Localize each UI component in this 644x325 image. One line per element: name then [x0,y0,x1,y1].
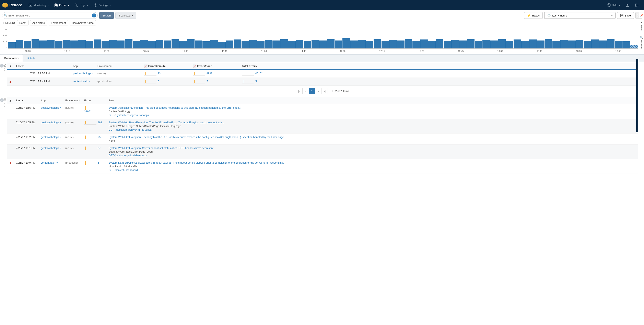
chart-bar[interactable] [133,41,140,48]
chart-bar[interactable] [8,42,16,48]
nav-user[interactable] [623,0,632,10]
col-app[interactable]: App [71,63,96,70]
chart-bar[interactable] [16,40,24,48]
page-prev[interactable]: « [302,88,309,94]
chart-bar[interactable] [514,40,521,48]
chart-bar[interactable] [498,39,506,48]
error-title[interactable]: System.Data.SqlClient.SqlException: Time… [109,161,636,164]
chart-bar[interactable] [412,41,420,48]
col-last[interactable]: Last ▾ [14,63,71,70]
nav-monitoring[interactable]: Monitoring▾ [26,0,52,10]
error-title[interactable]: System.ApplicationException: This blog p… [109,106,636,109]
chart-bar[interactable] [102,41,109,48]
chart-bar[interactable] [545,39,552,48]
chart-bar[interactable] [195,40,202,48]
chart-bar[interactable] [342,38,350,48]
chart-bar[interactable] [187,39,194,48]
chart-bar[interactable] [32,39,39,48]
chart-bar[interactable] [467,39,474,48]
filter-host[interactable]: Host/Server Name [70,20,96,26]
chart-bar[interactable] [172,39,179,48]
chart-bar[interactable] [475,41,482,48]
table-row[interactable]: ▲7/26/17 1:49 PMcontentdash ▾(production… [7,159,638,174]
chart-bar[interactable] [568,40,576,48]
chart-bar[interactable] [428,41,436,48]
chart-bar[interactable] [506,41,513,48]
scrollbar[interactable] [636,59,638,132]
chart-bar[interactable] [459,40,467,48]
table-row[interactable]: ▲7/26/17 1:49 PMcontentdash ▾(production… [7,78,638,86]
chart-bar[interactable] [312,40,319,48]
rail-searches[interactable]: 🔍Searches [639,34,644,51]
col-last[interactable]: Last ▾ [14,97,39,104]
error-title[interactable]: System.Web.HttpParseException: The file … [109,121,636,124]
chart-bar[interactable] [272,40,280,48]
chart-bar[interactable] [599,40,607,48]
page-next[interactable]: » [315,88,322,94]
metric-link[interactable]: 93 [158,72,160,75]
chart-bar[interactable] [109,40,117,48]
search-input[interactable] [2,12,98,19]
chart-bar[interactable] [615,41,622,48]
app-link[interactable]: geekswithblogs ▾ [73,72,94,75]
metric-link[interactable]: 5 [206,80,208,83]
chart-bar[interactable] [529,40,537,48]
app-link[interactable]: contentdash ▾ [41,161,58,164]
chart-bar[interactable] [234,40,241,48]
tab-details[interactable]: Details [23,54,39,62]
filter-environment[interactable]: Environment [49,20,68,26]
chart-bar[interactable] [552,41,560,48]
col-total[interactable]: Total Errors [240,63,638,70]
error-title[interactable]: System.Web.HttpException: Server cannot … [109,146,636,150]
chart-bar[interactable] [39,40,47,48]
chart-bar[interactable] [24,41,31,48]
chart-bar[interactable] [78,40,86,48]
chart-bar[interactable] [335,40,342,48]
chart-bar[interactable] [537,40,544,48]
chart-bar[interactable] [591,40,599,48]
chart-bar[interactable] [226,40,234,48]
table-row[interactable]: 7/26/17 1:55 PMgeekswithblogs ▾(azure)99… [7,119,638,134]
chart-bar[interactable] [210,40,218,48]
error-request[interactable]: GET-/mobilelob/archive/{id}/{id}.aspx [109,128,636,131]
metric-link[interactable]: 75 [98,136,100,138]
chart-bar[interactable] [382,41,389,48]
chart-bar[interactable] [327,39,334,48]
chart-bar[interactable] [140,40,148,48]
metric-link[interactable]: 0 [158,80,159,83]
rail-fields[interactable]: ▾Fields [639,19,644,33]
chart-bar[interactable] [389,40,397,48]
pin-button[interactable]: 📌 [639,12,644,18]
table-row[interactable]: 7/26/17 1:51 PMgeekswithblogs ▾(azure)37… [7,144,638,159]
chart-bar[interactable] [482,40,490,48]
chart-bar[interactable] [521,41,529,48]
table-row[interactable]: 7/26/17 1:56 PMgeekswithblogs ▾(azure)38… [7,104,638,119]
nav-logs[interactable]: Logs▾ [72,0,91,10]
chart-bar[interactable] [164,40,171,48]
collapse-errors[interactable]: ⌄ [0,98,4,102]
selected-dropdown[interactable]: 4 selected▾ [115,12,136,19]
chart-bar[interactable] [296,40,304,48]
chart-bar[interactable] [218,42,226,48]
chart-bar[interactable] [202,41,210,48]
nav-errors[interactable]: Errors▾ [52,0,72,10]
error-request[interactable]: GET-/paulomorgado/default.aspx [109,154,636,157]
brand[interactable]: Retrace [2,2,22,8]
chart-bar[interactable] [319,40,327,48]
chart-bar[interactable] [179,41,187,48]
metric-link[interactable]: 40152 [255,72,263,75]
chart-bar[interactable] [560,40,568,48]
app-link[interactable]: geekswithblogs ▾ [41,146,61,150]
chart-bar[interactable] [55,41,62,48]
chart-bar[interactable] [576,40,583,48]
app-link[interactable]: geekswithblogs ▾ [41,121,61,124]
chart-bar[interactable] [257,41,264,48]
chart-bar[interactable] [397,40,404,48]
chart-bar[interactable] [249,40,257,48]
page-last[interactable]: »| [321,88,328,94]
timerange-dropdown[interactable]: 🕓Last 4 hours ▾ [544,12,616,19]
chart-bar[interactable] [70,40,78,48]
error-title[interactable]: System.Web.HttpException: The length of … [109,136,636,138]
filter-app-name[interactable]: App Name [30,20,47,26]
metric-link[interactable]: 5 [98,161,99,164]
